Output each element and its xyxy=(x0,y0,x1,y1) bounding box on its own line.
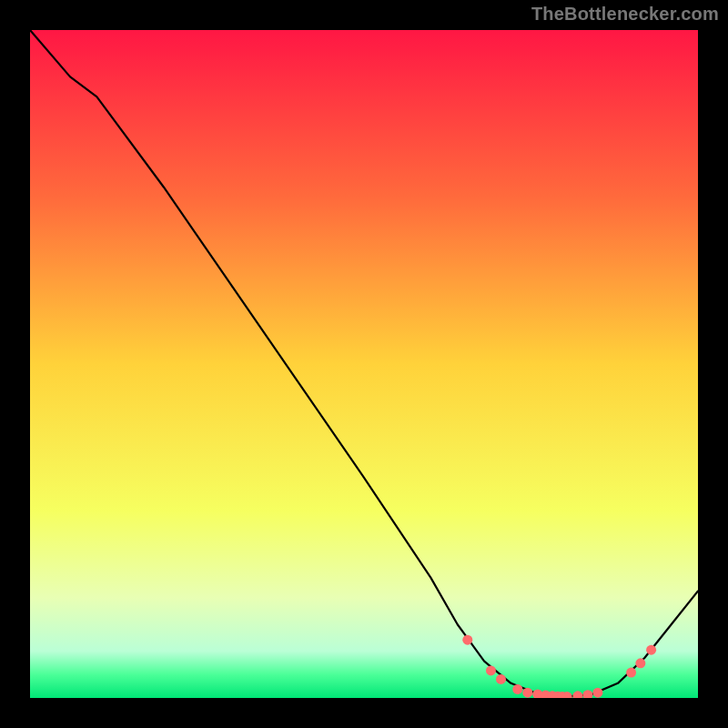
data-marker xyxy=(512,684,522,694)
data-marker xyxy=(496,674,506,684)
data-marker xyxy=(592,688,602,698)
chart-svg xyxy=(30,30,698,698)
data-marker xyxy=(635,658,645,668)
plot-area xyxy=(30,30,698,698)
data-marker xyxy=(486,665,496,675)
attribution-text: TheBottlenecker.com xyxy=(531,4,719,25)
chart-frame: TheBottlenecker.com xyxy=(0,0,728,728)
data-marker xyxy=(646,645,656,655)
data-marker xyxy=(462,635,472,645)
data-marker xyxy=(522,688,532,698)
gradient-background xyxy=(30,30,698,698)
data-marker xyxy=(626,668,636,678)
